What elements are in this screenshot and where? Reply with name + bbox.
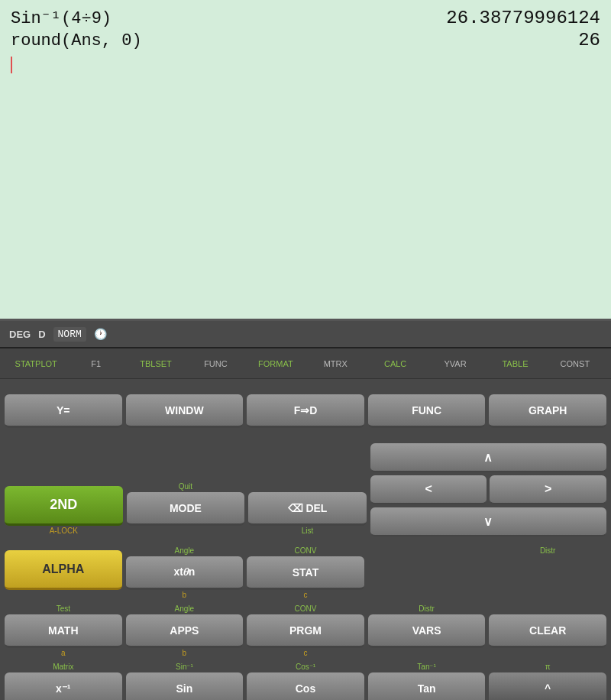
norm-indicator: NORM [53, 327, 86, 342]
clear-button[interactable]: CLEAR [489, 614, 606, 648]
window-button[interactable]: WINDW [126, 394, 244, 428]
2nd-button[interactable]: 2ND [5, 486, 123, 526]
arrow-down-button[interactable]: ∨ [370, 507, 606, 536]
calculator-display: Sin⁻¹(4÷9) 26.38779996124 round(Ans, 0) … [0, 0, 611, 321]
button-area: Y= WINDW F⇒D FUNC GRAPH 2ND A-LOCK Quit … [0, 379, 611, 700]
graph-cell: GRAPH [489, 384, 606, 428]
stat-bottom-label: c [247, 590, 364, 601]
2nd-top-label [5, 475, 123, 486]
math-cell: Test MATH a [5, 604, 122, 659]
del-bottom-label: List [248, 526, 367, 536]
del-cell: ⌫ DEL List [248, 481, 367, 536]
button-row-4: Test MATH a Angle APPS b CONV PRGM c Dis… [5, 604, 606, 659]
math-bottom-label: a [5, 648, 122, 659]
mode-cell: Quit MODE [127, 481, 245, 536]
apps-top-label: Angle [126, 604, 244, 614]
distr-label-cell: Distr [489, 546, 606, 601]
2nd-bottom-label: A-LOCK [5, 526, 123, 536]
cos-button[interactable]: Cos [247, 672, 364, 700]
button-row-2: 2ND A-LOCK Quit MODE ⌫ DEL List ∧ < > ∨ [5, 431, 606, 536]
cursor-line [11, 57, 600, 73]
f-to-d-button[interactable]: F⇒D [247, 394, 364, 428]
clock-icon: 🕐 [94, 328, 107, 341]
y-equals-button[interactable]: Y= [5, 394, 122, 428]
sin-cell: Sin⁻¹ Sin e [126, 662, 244, 700]
xt0n-cell: Angle xt𝜃n b [126, 546, 244, 601]
display-line-2: round(Ans, 0) 26 [11, 30, 600, 50]
arrow-up-button[interactable]: ∧ [370, 443, 606, 472]
fn-mtrx: MTRX [306, 359, 365, 368]
arrow-grid: ∧ < > ∨ [370, 443, 606, 536]
2nd-cell: 2ND A-LOCK [5, 475, 123, 536]
xt0n-button[interactable]: xt𝜃n [126, 556, 244, 590]
display-expr-1: Sin⁻¹(4÷9) [11, 8, 112, 28]
func-button[interactable]: FUNC [368, 394, 486, 428]
prgm-bottom-label: c [247, 648, 364, 659]
d-indicator: D [38, 329, 45, 340]
mode-top-label: Quit [127, 481, 245, 492]
text-cursor [11, 57, 12, 73]
cos-top-label: Cos⁻¹ [247, 662, 364, 672]
math-button[interactable]: MATH [5, 614, 122, 648]
prgm-cell: CONV PRGM c [247, 604, 364, 659]
del-button[interactable]: ⌫ DEL [248, 492, 367, 526]
stat-cell: CONV STAT c [247, 546, 364, 601]
fn-statplot: STATPLOT [6, 359, 66, 368]
apps-bottom-label: b [126, 648, 244, 659]
sin-top-label: Sin⁻¹ [126, 662, 244, 672]
distr-label: Distr [489, 546, 606, 556]
sin-button[interactable]: Sin [126, 672, 244, 700]
apps-cell: Angle APPS b [126, 604, 244, 659]
fn-calc: CALC [365, 359, 425, 368]
display-result-2: 26 [142, 30, 600, 50]
button-row-5: Matrix x⁻¹ d Sin⁻¹ Sin e Cos⁻¹ Cos f Tan… [5, 662, 606, 700]
vars-top-label: Distr [368, 604, 486, 614]
math-top-label: Test [5, 604, 122, 614]
prgm-button[interactable]: PRGM [247, 614, 364, 648]
caret-button[interactable]: ^ [489, 672, 606, 700]
fn-tblset: TBLSET [126, 359, 186, 368]
graph-button[interactable]: GRAPH [489, 394, 606, 428]
arrow-right-button[interactable]: > [490, 475, 606, 504]
arrow-left-button[interactable]: < [370, 475, 487, 504]
func-cell: FUNC [368, 384, 486, 428]
stat-top-label: CONV [247, 546, 364, 556]
display-result-1: 26.38779996124 [112, 8, 600, 28]
alpha-cell: ALPHA [5, 540, 122, 601]
xt0n-top-label: Angle [126, 546, 244, 556]
x-inverse-button[interactable]: x⁻¹ [5, 672, 122, 700]
mode-button[interactable]: MODE [127, 492, 245, 526]
button-row-3: ALPHA Angle xt𝜃n b CONV STAT c Distr [5, 540, 606, 601]
vars-cell: Distr VARS [368, 604, 486, 659]
y-equals-cell: Y= [5, 384, 122, 428]
fn-f1: F1 [66, 359, 125, 368]
fn-table: TABLE [485, 359, 545, 368]
fn-yvar: YVAR [425, 359, 485, 368]
fn-format: FORMAT [246, 359, 306, 368]
caret-top-label: π [489, 662, 606, 672]
stat-button[interactable]: STAT [247, 556, 364, 590]
f-to-d-cell: F⇒D [247, 384, 364, 428]
alpha-button[interactable]: ALPHA [5, 550, 122, 590]
vars-button[interactable]: VARS [368, 614, 486, 648]
empty-cell-1 [368, 546, 486, 601]
caret-cell: π ^ h [489, 662, 606, 700]
function-label-row: STATPLOT F1 TBLSET FUNC FORMAT MTRX CALC… [0, 348, 611, 379]
status-bar: DEG D NORM 🕐 [0, 321, 611, 348]
fn-const: CONST [545, 359, 605, 368]
tan-button[interactable]: Tan [368, 672, 486, 700]
fn-func: FUNC [186, 359, 245, 368]
display-line-1: Sin⁻¹(4÷9) 26.38779996124 [11, 8, 600, 28]
deg-indicator: DEG [9, 329, 31, 340]
tan-top-label: Tan⁻¹ [368, 662, 486, 672]
prgm-top-label: CONV [247, 604, 364, 614]
x-inv-top-label: Matrix [5, 662, 122, 672]
clear-cell: CLEAR [489, 604, 606, 659]
apps-button[interactable]: APPS [126, 614, 244, 648]
window-cell: WINDW [126, 384, 244, 428]
x-inverse-cell: Matrix x⁻¹ d [5, 662, 122, 700]
tan-cell: Tan⁻¹ Tan g [368, 662, 486, 700]
arrow-cluster: ∧ < > ∨ [370, 431, 606, 536]
xt0n-bottom-label: b [126, 590, 244, 601]
display-expr-2: round(Ans, 0) [11, 31, 142, 50]
